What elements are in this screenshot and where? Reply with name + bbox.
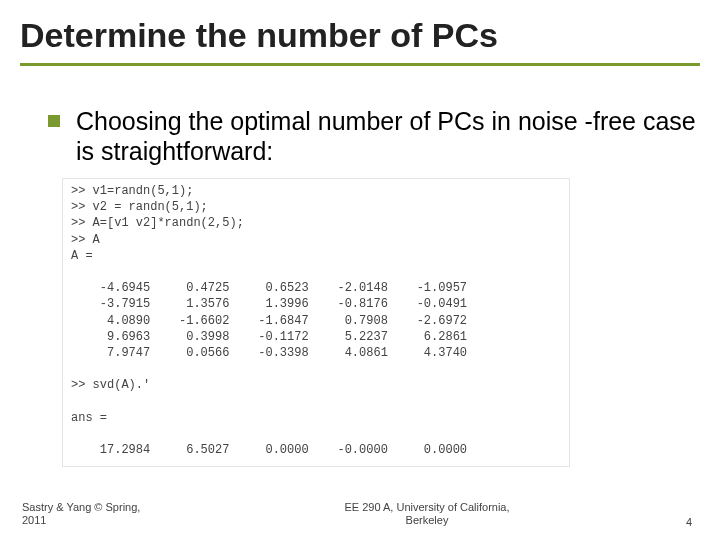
svd-result-row: 17.2984 6.5027 0.0000 -0.0000 0.0000 (71, 442, 561, 458)
matlab-output-block: >> v1=randn(5,1); >> v2 = randn(5,1); >>… (62, 178, 570, 467)
slide-title: Determine the number of PCs (20, 10, 700, 66)
footer-school: Berkeley (406, 514, 449, 526)
footer-left: Sastry & Yang © Spring, 2011 (0, 501, 222, 529)
matrix-row: 4.0890 -1.6602 -1.6847 0.7908 -2.6972 (71, 313, 561, 329)
bullet-item: Choosing the optimal number of PCs in no… (48, 106, 700, 166)
blank-line (71, 361, 561, 377)
slide-footer: Sastry & Yang © Spring, 2011 EE 290 A, U… (0, 501, 720, 529)
footer-year: 2011 (22, 514, 46, 526)
footer-author: Sastry & Yang © Spring, (22, 501, 140, 513)
matrix-row: -3.7915 1.3576 1.3996 -0.8176 -0.0491 (71, 296, 561, 312)
code-line: >> A (71, 232, 561, 248)
matrix-var-label: A = (71, 248, 561, 264)
slide: Determine the number of PCs Choosing the… (0, 0, 720, 540)
footer-center: EE 290 A, University of California, Berk… (222, 501, 632, 529)
blank-line (71, 426, 561, 442)
matrix-row: 7.9747 0.0566 -0.3398 4.0861 4.3740 (71, 345, 561, 361)
matrix-row: -4.6945 0.4725 0.6523 -2.0148 -1.0957 (71, 280, 561, 296)
code-line: >> A=[v1 v2]*randn(2,5); (71, 215, 561, 231)
slide-body: Choosing the optimal number of PCs in no… (20, 106, 700, 467)
footer-course: EE 290 A, University of California, (344, 501, 509, 513)
bullet-text: Choosing the optimal number of PCs in no… (76, 106, 700, 166)
code-line: >> v1=randn(5,1); (71, 183, 561, 199)
square-bullet-icon (48, 115, 60, 127)
blank-line (71, 264, 561, 280)
code-line: >> v2 = randn(5,1); (71, 199, 561, 215)
footer-pagenum: 4 (632, 516, 720, 528)
ans-label: ans = (71, 410, 561, 426)
matrix-row: 9.6963 0.3998 -0.1172 5.2237 6.2861 (71, 329, 561, 345)
svd-call-line: >> svd(A).' (71, 377, 561, 393)
blank-line (71, 394, 561, 410)
